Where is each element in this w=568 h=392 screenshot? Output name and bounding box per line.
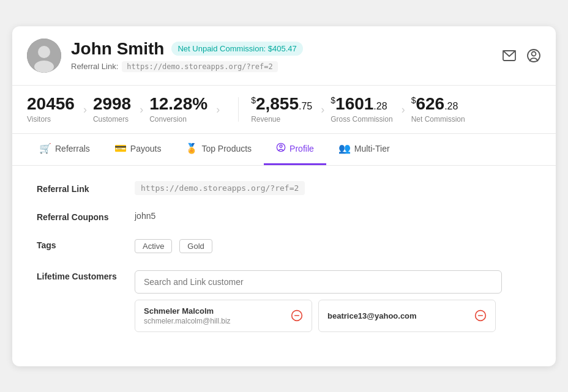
svg-point-5 <box>532 51 536 56</box>
header-info: John Smith Net Unpaid Commission: $405.4… <box>71 39 303 72</box>
profile-tab-icon <box>276 142 286 155</box>
stat-conversion: 12.28% Conversion <box>149 95 220 124</box>
svg-point-1 <box>38 46 50 58</box>
stat-gross-commission: $1601.28 Gross Commission <box>331 95 405 124</box>
referral-link-field-value: https://demo.storeapps.org/?ref=2 <box>135 183 531 193</box>
header-referral-row: Referral Link: https://demo.storeapps.or… <box>71 61 303 72</box>
header-referral-url: https://demo.storeapps.org/?ref=2 <box>122 61 277 72</box>
header-name-row: John Smith Net Unpaid Commission: $405.4… <box>71 39 303 59</box>
stat-revenue-value: $2,855.75 <box>251 95 312 113</box>
customer-info-1: beatrice13@yahoo.com <box>327 311 417 320</box>
stat-gross-commission-value: $1601.28 <box>331 95 392 113</box>
tags-value: Active Gold <box>135 239 531 253</box>
customer-name-1: beatrice13@yahoo.com <box>327 311 417 320</box>
customers-list: Schmeler Malcolm schmeler.malcolm@hill.b… <box>135 300 502 332</box>
tag-gold: Gold <box>179 239 212 253</box>
stat-revenue-label: Revenue <box>251 115 312 124</box>
stat-net-commission-label: Net Commission <box>411 115 465 124</box>
header-left: John Smith Net Unpaid Commission: $405.4… <box>27 39 303 73</box>
top-products-icon: 🏅 <box>185 142 198 154</box>
lifetime-customers-row: Lifetime Customers Schmeler Malcolm schm… <box>37 270 531 332</box>
coupons-label: Referral Coupons <box>37 211 135 222</box>
tab-profile[interactable]: Profile <box>264 134 326 165</box>
remove-customer-1[interactable] <box>474 309 487 322</box>
stat-visitors-label: Visitors <box>27 115 75 124</box>
tab-multi-tier[interactable]: 👥 Multi-Tier <box>326 134 402 165</box>
referral-link-label: Referral Link: <box>71 62 118 71</box>
tabs: 🛒 Referrals 💳 Payouts 🏅 Top Products Pro… <box>12 134 556 166</box>
tab-payouts[interactable]: 💳 Payouts <box>102 134 174 165</box>
tab-referrals-label: Referrals <box>55 144 90 153</box>
customer-email-0: schmeler.malcolm@hill.biz <box>144 317 231 325</box>
search-customer-input[interactable] <box>135 270 502 294</box>
coupons-row: Referral Coupons john5 <box>37 211 531 222</box>
stat-customers: 2998 Customers <box>93 95 143 124</box>
stat-net-commission: $626.28 Net Commission <box>411 95 477 124</box>
customer-name-0: Schmeler Malcolm <box>144 306 231 316</box>
stat-revenue: $2,855.75 Revenue <box>251 95 324 124</box>
header-icons <box>502 48 541 63</box>
lifetime-customers-value: Schmeler Malcolm schmeler.malcolm@hill.b… <box>135 270 531 332</box>
user-name: John Smith <box>71 39 164 59</box>
referral-link-field-label: Referral Link <box>37 183 135 194</box>
tab-referrals[interactable]: 🛒 Referrals <box>27 134 102 165</box>
svg-point-2 <box>34 61 54 73</box>
stat-customers-value: 2998 <box>93 95 131 113</box>
tab-multi-tier-label: Multi-Tier <box>354 144 390 153</box>
main-card: John Smith Net Unpaid Commission: $405.4… <box>12 26 556 366</box>
profile-button[interactable] <box>526 48 541 63</box>
tab-top-products-label: Top Products <box>201 144 252 153</box>
avatar <box>27 39 61 73</box>
referrals-icon: 🛒 <box>39 142 51 154</box>
header: John Smith Net Unpaid Commission: $405.4… <box>12 26 556 86</box>
stats-bar: 20456 Visitors 2998 Customers 12.28% Con… <box>12 86 556 134</box>
stat-conversion-label: Conversion <box>149 115 207 124</box>
tags-label: Tags <box>37 239 135 250</box>
customer-chip-0: Schmeler Malcolm schmeler.malcolm@hill.b… <box>135 300 312 332</box>
email-button[interactable] <box>502 48 517 63</box>
customer-chip-1: beatrice13@yahoo.com <box>318 300 496 332</box>
customer-info-0: Schmeler Malcolm schmeler.malcolm@hill.b… <box>144 306 231 325</box>
stat-conversion-value: 12.28% <box>149 95 207 113</box>
remove-customer-0[interactable] <box>291 309 303 322</box>
profile-content: Referral Link https://demo.storeapps.org… <box>12 166 556 366</box>
tag-active: Active <box>135 239 172 253</box>
stat-visitors-value: 20456 <box>27 95 75 113</box>
stat-gross-commission-label: Gross Commission <box>331 115 392 124</box>
lifetime-customers-label: Lifetime Customers <box>37 270 135 281</box>
tab-top-products[interactable]: 🏅 Top Products <box>173 134 264 165</box>
svg-point-7 <box>280 145 282 147</box>
tab-profile-label: Profile <box>290 144 314 153</box>
multi-tier-icon: 👥 <box>338 142 351 154</box>
payouts-icon: 💳 <box>114 142 127 154</box>
referral-link-value: https://demo.storeapps.org/?ref=2 <box>135 181 305 195</box>
stat-divider-1 <box>238 97 239 122</box>
tab-payouts-label: Payouts <box>130 144 162 153</box>
stat-customers-label: Customers <box>93 115 131 124</box>
coupons-value: john5 <box>135 211 531 221</box>
tags-row: Tags Active Gold <box>37 239 531 253</box>
commission-badge: Net Unpaid Commission: $405.47 <box>171 42 302 56</box>
stat-net-commission-value: $626.28 <box>411 95 465 113</box>
stat-visitors: 20456 Visitors <box>27 95 87 124</box>
referral-link-row: Referral Link https://demo.storeapps.org… <box>37 183 531 194</box>
